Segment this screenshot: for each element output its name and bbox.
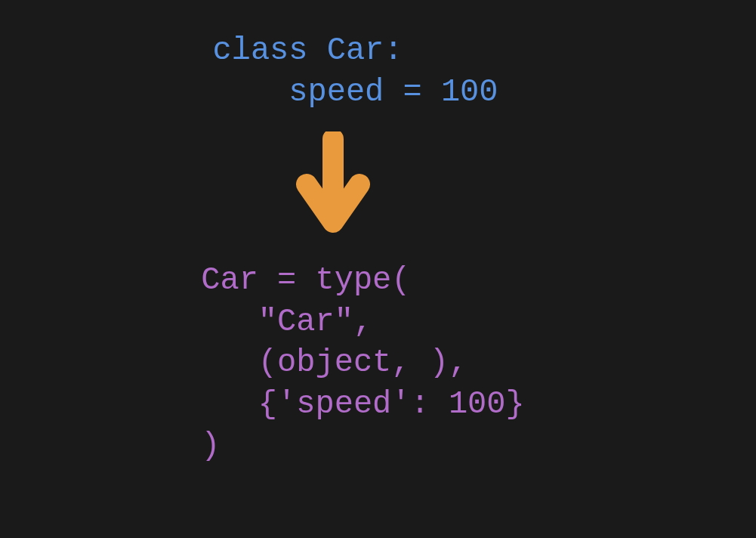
code-line-6: {'speed': 100} bbox=[201, 384, 524, 425]
code-line-4: "Car", bbox=[201, 301, 524, 343]
code-line-2: speed = 100 bbox=[212, 72, 498, 113]
code-line-7: ) bbox=[201, 425, 524, 467]
code-line-3: Car = type( bbox=[201, 260, 524, 301]
arrow-svg bbox=[292, 131, 375, 237]
down-arrow-icon bbox=[292, 131, 375, 237]
type-call-code: Car = type( "Car", (object, ), {'speed':… bbox=[201, 260, 524, 466]
code-line-1: class Car: bbox=[212, 30, 498, 72]
class-definition-code: class Car: speed = 100 bbox=[212, 30, 498, 113]
code-line-5: (object, ), bbox=[201, 342, 524, 384]
